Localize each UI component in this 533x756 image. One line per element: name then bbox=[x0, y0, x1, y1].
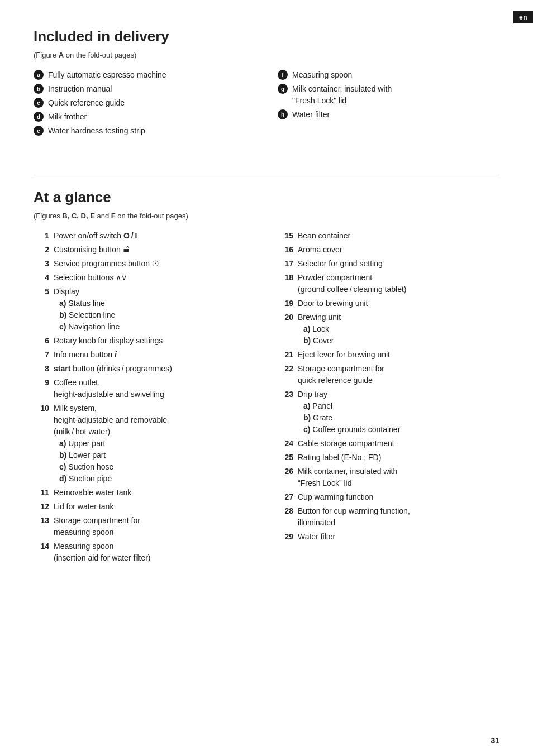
item-text-4: Selection buttons ∧∨ bbox=[54, 272, 255, 284]
item-num-10: 10 bbox=[34, 403, 49, 414]
list-item: a Fully automatic espresso machine bbox=[34, 69, 255, 81]
delivery-right-list: f Measuring spoon g Milk container, insu… bbox=[278, 69, 499, 121]
item-num-26: 26 bbox=[278, 466, 293, 477]
item-text-13: Storage compartment formeasuring spoon bbox=[54, 515, 255, 538]
section1-subtitle: (Figure A on the fold-out pages) bbox=[34, 51, 499, 59]
delivery-left-list: a Fully automatic espresso machine b Ins… bbox=[34, 69, 255, 137]
item-text-24: Cable storage compartment bbox=[298, 438, 499, 449]
item-num-15: 15 bbox=[278, 230, 293, 242]
page-container: en Included in delivery (Figure A on the… bbox=[0, 0, 533, 756]
item-num-18: 18 bbox=[278, 272, 293, 284]
item-text-18: Powder compartment(ground coffee / clean… bbox=[298, 272, 499, 295]
sub-item-20a: a) Lock bbox=[303, 323, 499, 335]
item-text-2: Customising button ≡̂ bbox=[54, 244, 255, 256]
section1-title: Included in delivery bbox=[34, 28, 499, 45]
item-text-27: Cup warming function bbox=[298, 491, 499, 503]
item-text-3: Service programmes button ☉ bbox=[54, 258, 255, 270]
item-num-2: 2 bbox=[34, 244, 49, 256]
list-item: 7 Info menu button i bbox=[34, 349, 255, 361]
section2-title: At a glance bbox=[34, 189, 499, 206]
glance-right-list: 15 Bean container 16 Aroma cover 17 Sele… bbox=[278, 230, 499, 543]
item-text-17: Selector for grind setting bbox=[298, 258, 499, 270]
item-text-1: Power on/off switch O / I bbox=[54, 230, 255, 242]
list-item: 11 Removable water tank bbox=[34, 487, 255, 499]
list-item: 3 Service programmes button ☉ bbox=[34, 258, 255, 270]
sub-item-5c: c) Navigation line bbox=[59, 321, 255, 333]
item-label-c: c bbox=[34, 98, 44, 108]
item-text-f: Measuring spoon bbox=[292, 69, 352, 81]
list-item: 10 Milk system,height-adjustable and rem… bbox=[34, 403, 255, 485]
list-item: 14 Measuring spoon(insertion aid for wat… bbox=[34, 540, 255, 564]
item-num-20: 20 bbox=[278, 312, 293, 323]
item-num-28: 28 bbox=[278, 505, 293, 517]
list-item: 17 Selector for grind setting bbox=[278, 258, 499, 270]
item-label-e: e bbox=[34, 126, 44, 136]
item-label-g: g bbox=[278, 84, 288, 94]
list-item: d Milk frother bbox=[34, 111, 255, 123]
item-text-16: Aroma cover bbox=[298, 244, 499, 256]
list-item: c Quick reference guide bbox=[34, 97, 255, 109]
item-num-23: 23 bbox=[278, 389, 293, 400]
item-label-f: f bbox=[278, 70, 288, 80]
item-num-4: 4 bbox=[34, 272, 49, 284]
item-num-3: 3 bbox=[34, 258, 49, 270]
glance-left-col: 1 Power on/off switch O / I 2 Customisin… bbox=[34, 230, 255, 566]
item-label-b: b bbox=[34, 84, 44, 94]
item-num-22: 22 bbox=[278, 363, 293, 375]
item-text-h: Water filter bbox=[292, 109, 330, 121]
item-text-7: Info menu button i bbox=[54, 349, 255, 361]
sub-item-23a: a) Panel bbox=[303, 400, 499, 412]
list-item: 13 Storage compartment formeasuring spoo… bbox=[34, 515, 255, 538]
delivery-left-col: a Fully automatic espresso machine b Ins… bbox=[34, 69, 255, 139]
list-item: h Water filter bbox=[278, 109, 499, 121]
item-text-28: Button for cup warming function,illumina… bbox=[298, 505, 499, 529]
list-item: b Instruction manual bbox=[34, 83, 255, 95]
item-num-17: 17 bbox=[278, 258, 293, 270]
sub-item-10b: b) Lower part bbox=[59, 449, 255, 461]
item-num-13: 13 bbox=[34, 515, 49, 527]
sub-item-20b: b) Cover bbox=[303, 335, 499, 347]
glance-list-container: 1 Power on/off switch O / I 2 Customisin… bbox=[34, 230, 499, 566]
sub-item-23c: c) Coffee grounds container bbox=[303, 424, 499, 436]
sub-item-10d: d) Suction pipe bbox=[59, 473, 255, 485]
item-text-19: Door to brewing unit bbox=[298, 298, 499, 309]
list-item: 2 Customising button ≡̂ bbox=[34, 244, 255, 256]
list-item: f Measuring spoon bbox=[278, 69, 499, 81]
list-item: 27 Cup warming function bbox=[278, 491, 499, 503]
item-num-16: 16 bbox=[278, 244, 293, 256]
item-text-b: Instruction manual bbox=[48, 83, 112, 95]
list-item: 6 Rotary knob for display settings bbox=[34, 335, 255, 347]
item-text-25: Rating label (E-No.; FD) bbox=[298, 452, 499, 463]
item-text-26: Milk container, insulated with“Fresh Loc… bbox=[298, 466, 499, 489]
item-num-19: 19 bbox=[278, 298, 293, 309]
list-item: 24 Cable storage compartment bbox=[278, 438, 499, 449]
divider bbox=[34, 175, 499, 175]
page-number: 31 bbox=[491, 736, 499, 745]
item-num-25: 25 bbox=[278, 452, 293, 463]
lang-badge: en bbox=[513, 11, 533, 23]
item-label-a: a bbox=[34, 70, 44, 80]
list-item: e Water hardness testing strip bbox=[34, 125, 255, 137]
item-num-8: 8 bbox=[34, 363, 49, 375]
item-text-11: Removable water tank bbox=[54, 487, 255, 499]
list-item: 16 Aroma cover bbox=[278, 244, 499, 256]
item-num-12: 12 bbox=[34, 501, 49, 513]
item-text-10: Milk system,height-adjustable and remova… bbox=[54, 403, 255, 485]
item-num-7: 7 bbox=[34, 349, 49, 361]
item-label-d: d bbox=[34, 112, 44, 122]
item-num-5: 5 bbox=[34, 286, 49, 298]
item-num-21: 21 bbox=[278, 349, 293, 361]
sub-item-23b: b) Grate bbox=[303, 412, 499, 424]
glance-left-list: 1 Power on/off switch O / I 2 Customisin… bbox=[34, 230, 255, 564]
item-text-14: Measuring spoon(insertion aid for water … bbox=[54, 540, 255, 564]
sub-item-5b: b) Selection line bbox=[59, 309, 255, 321]
item-text-12: Lid for water tank bbox=[54, 501, 255, 513]
item-text-c: Quick reference guide bbox=[48, 97, 125, 109]
item-num-1: 1 bbox=[34, 230, 49, 242]
list-item: 28 Button for cup warming function,illum… bbox=[278, 505, 499, 529]
delivery-right-col: f Measuring spoon g Milk container, insu… bbox=[278, 69, 499, 139]
sub-item-10c: c) Suction hose bbox=[59, 461, 255, 473]
item-text-22: Storage compartment forquick reference g… bbox=[298, 363, 499, 386]
delivery-list-container: a Fully automatic espresso machine b Ins… bbox=[34, 69, 499, 139]
list-item: 29 Water filter bbox=[278, 531, 499, 543]
